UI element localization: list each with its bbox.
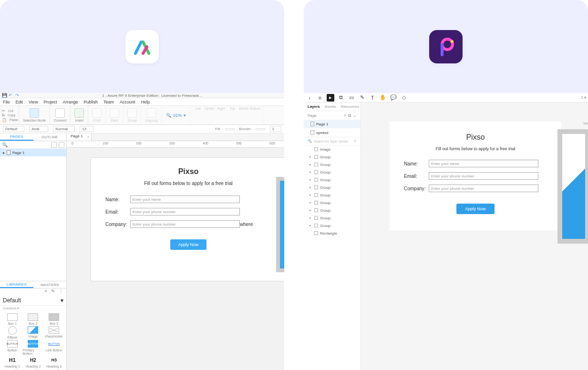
undo-icon[interactable]: ↶	[9, 93, 13, 98]
layers-tab[interactable]: Layers	[308, 104, 320, 109]
paste-label[interactable]: Paste	[10, 118, 18, 122]
apply-button[interactable]: Apply Now	[170, 239, 206, 250]
widget-box2[interactable]: Box 2	[23, 313, 44, 325]
style-select[interactable]: Default	[3, 126, 24, 132]
menu-edit[interactable]: Edit	[16, 100, 23, 104]
add-library-icon[interactable]: +	[44, 288, 47, 295]
library-select[interactable]: Default▾	[0, 295, 66, 306]
company-input[interactable]: Enter your phone number	[429, 185, 538, 192]
layer-item[interactable]: ▸Group	[304, 222, 361, 229]
tool-group[interactable]: Group	[124, 106, 141, 124]
text-tool-icon[interactable]: T	[369, 94, 376, 102]
page-item-symbol[interactable]: symbol	[304, 128, 361, 137]
move-tool-icon[interactable]: ▸	[327, 94, 334, 102]
email-input[interactable]: Enter your phone number	[429, 172, 538, 180]
canvas-tab-page1[interactable]: Page 1×	[67, 134, 92, 141]
tool-point[interactable]: Point	[88, 106, 106, 124]
widget-primary-button[interactable]: BUTTONPrimary Button	[23, 340, 44, 355]
close-icon[interactable]: ×	[87, 134, 90, 139]
menu-publish[interactable]: Publish	[83, 100, 98, 104]
widget-box3[interactable]: Box 3	[43, 313, 64, 325]
name-input[interactable]: Enter your name	[429, 160, 538, 167]
layer-item[interactable]: ▸Group	[304, 168, 361, 176]
layer-item[interactable]: ▸Group	[304, 176, 361, 184]
weight-select[interactable]: Normal	[53, 126, 75, 132]
add-page-icon[interactable]	[51, 142, 57, 148]
page-item-page1[interactable]: Page 1	[304, 120, 361, 128]
widget-h1[interactable]: H1Heading 1	[2, 356, 23, 368]
align-left[interactable]: Left	[192, 107, 204, 123]
pixso-canvas[interactable]: Image Pixso Fill out forms below to appl…	[361, 103, 588, 370]
axure-canvas[interactable]: Pixso Fill out forms below to apply for …	[67, 148, 284, 370]
menu-view[interactable]: View	[29, 100, 38, 104]
artboard-side-image[interactable]	[276, 177, 284, 272]
layer-item[interactable]: ▸Group	[304, 153, 361, 161]
align-bottom[interactable]: Bottom	[249, 107, 261, 123]
widget-image[interactable]: Image	[23, 326, 44, 339]
align-middle[interactable]: Middle	[238, 107, 249, 123]
company-input[interactable]: Enter your phone number	[130, 220, 240, 228]
layer-item[interactable]: ▸Group	[304, 206, 361, 214]
zoom-level[interactable]: 1 ▾	[581, 95, 586, 100]
axure-artboard[interactable]: Pixso Fill out forms below to apply for …	[91, 157, 284, 281]
email-input[interactable]: Enter your phone number	[130, 208, 240, 216]
widget-placeholder[interactable]: Placeholder	[43, 326, 64, 339]
back-icon[interactable]: ‹	[306, 94, 313, 102]
border-width[interactable]: 1	[270, 126, 281, 132]
widget-h2[interactable]: H2Heading 2	[23, 356, 44, 368]
add-folder-icon[interactable]	[59, 142, 64, 148]
zoom-control[interactable]: 🔍91%▾	[162, 106, 190, 124]
menu-arrange[interactable]: Arrange	[62, 100, 78, 104]
layer-item[interactable]: ▸Group	[304, 184, 361, 191]
name-input[interactable]: Enter your name	[130, 195, 240, 203]
layer-item[interactable]: ▸Group	[304, 214, 361, 222]
pen-tool-icon[interactable]: ✎	[358, 94, 366, 102]
widget-link-button[interactable]: BUTTONLink Button	[43, 340, 64, 355]
menu-project[interactable]: Project	[43, 100, 57, 104]
font-select[interactable]: Arial	[29, 126, 48, 132]
library-category[interactable]: Common ▾	[0, 306, 66, 311]
menu-help[interactable]: Help	[141, 100, 150, 104]
tool-ungroup[interactable]: Ungroup	[141, 106, 162, 124]
tool-insert[interactable]: Insert	[71, 106, 88, 124]
menu-team[interactable]: Team	[103, 100, 114, 104]
filter-icon[interactable]: ⇅	[354, 139, 357, 143]
align-top[interactable]: Top	[227, 107, 238, 123]
size-select[interactable]: 13	[80, 126, 93, 132]
tool-back[interactable]: Back	[106, 106, 124, 124]
assets-tab[interactable]: Assets	[325, 104, 336, 109]
outline-tab[interactable]: OUTLINE	[33, 134, 67, 141]
align-right[interactable]: Right	[215, 107, 227, 123]
layer-item[interactable]: ▸Group	[304, 191, 361, 199]
artboard-side-image[interactable]	[557, 129, 588, 244]
page-item-page1[interactable]: ▸ Page 1	[0, 149, 66, 156]
menu-icon[interactable]: ≡	[316, 94, 324, 102]
component-tool-icon[interactable]: ◇	[400, 94, 408, 102]
apply-button[interactable]: Apply Now	[456, 204, 494, 214]
layer-item[interactable]: Rectangle	[304, 229, 361, 237]
chevron-down-icon[interactable]: ⌄	[353, 113, 357, 118]
tool-selection[interactable]: Selection Mode	[19, 106, 50, 124]
save-icon[interactable]: 💾	[2, 93, 7, 98]
resources-tab[interactable]: Resources	[341, 104, 359, 109]
masters-tab[interactable]: MASTERS	[33, 281, 67, 288]
layer-item[interactable]: ▸Group	[304, 161, 361, 168]
pixso-artboard[interactable]: Pixso Fill out forms below to apply for …	[390, 122, 561, 230]
fill-swatch[interactable]	[225, 128, 235, 130]
menu-file[interactable]: File	[3, 100, 10, 104]
widget-box1[interactable]: Box 1	[2, 313, 23, 325]
libraries-tab[interactable]: LIBRARIES	[0, 281, 33, 288]
widget-ellipse[interactable]: Ellipse	[2, 326, 23, 339]
rect-tool-icon[interactable]: ▭	[348, 94, 355, 102]
layer-item[interactable]: Image	[304, 145, 361, 153]
menu-account[interactable]: Account	[120, 100, 135, 104]
frame-tool-icon[interactable]: ⧉	[337, 94, 345, 102]
layer-search[interactable]: 🔍 Search for layer names ⇅	[304, 137, 361, 145]
widget-h3[interactable]: H3Heading 3	[43, 356, 64, 368]
align-center[interactable]: Center	[204, 107, 215, 123]
layer-item[interactable]: ▸Group	[304, 199, 361, 206]
copy-label[interactable]: Copy	[8, 113, 15, 117]
library-menu-icon[interactable]: ⋮	[59, 288, 63, 295]
pages-tab[interactable]: PAGES	[0, 134, 33, 141]
redo-icon[interactable]: ↷	[15, 93, 20, 98]
